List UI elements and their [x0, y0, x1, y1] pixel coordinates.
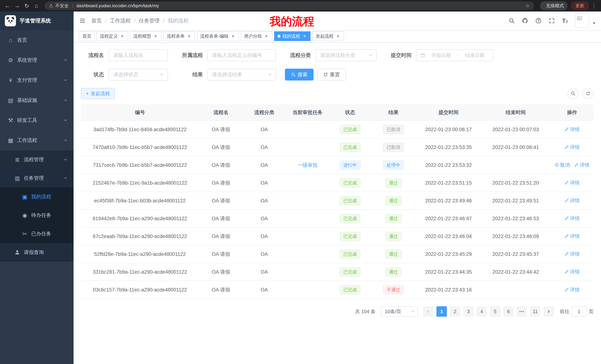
url-bar[interactable]: ⚠ 不安全 dashboard.yudao.iocoder.cn/bpm/tas… — [45, 1, 534, 10]
tab-1[interactable]: 流程定义× — [97, 31, 128, 41]
toggle-search-icon[interactable] — [568, 88, 579, 99]
status-badge: 已完成 — [340, 178, 361, 188]
result-select[interactable]: 请选择流结果 — [207, 69, 276, 80]
sidebar-item-9[interactable]: ◉待办任务 — [0, 206, 74, 224]
tab-close-icon[interactable]: × — [230, 34, 235, 39]
tab-close-icon[interactable]: × — [302, 34, 307, 39]
browser-home-icon[interactable]: ⌂ — [32, 1, 41, 10]
back-icon[interactable]: ← — [3, 1, 12, 10]
page-button-6[interactable]: 6 — [503, 306, 514, 317]
hamburger-icon[interactable] — [74, 11, 91, 30]
detail-action[interactable]: 详情 — [564, 287, 580, 293]
current-task-link[interactable]: 一级审批 — [298, 162, 318, 168]
cell-end-time: 2022-01-22 23:46:09 — [481, 228, 551, 245]
tools-icon: ⚒ — [7, 117, 14, 124]
sidebar-item-5[interactable]: ▦工作流程 — [0, 130, 74, 150]
font-size-icon[interactable]: TT — [562, 18, 568, 24]
tab-close-icon[interactable]: × — [120, 34, 125, 39]
process-name-input[interactable] — [109, 49, 168, 61]
screen: ← → ↻ ⌂ ⚠ 不安全 dashboard.yudao.iocoder.cn… — [0, 0, 601, 364]
tab-close-icon[interactable]: × — [264, 34, 269, 39]
forward-icon[interactable]: → — [13, 1, 21, 10]
detail-action[interactable]: 详情 — [564, 180, 580, 186]
page-button-5[interactable]: 5 — [490, 306, 500, 317]
tab-4[interactable]: 流程表单-编辑× — [197, 31, 239, 41]
prev-page-button[interactable] — [423, 306, 433, 317]
sidebar-item-10[interactable]: ✂已办任务 — [0, 224, 74, 243]
cell-status: 已完成 — [330, 121, 371, 138]
bookmark-star-icon[interactable]: ☆ — [525, 3, 530, 9]
tab-6[interactable]: 我的流程× — [274, 31, 311, 41]
tab-5[interactable]: 用户分组× — [241, 31, 272, 41]
detail-action[interactable]: 详情 — [564, 269, 580, 275]
cell-result: 通过 — [371, 192, 416, 210]
reset-button[interactable]: 重置 — [317, 69, 346, 80]
sidebar-item-0[interactable]: ⌂首页 — [0, 30, 74, 50]
refresh-table-icon[interactable] — [582, 88, 594, 99]
result-select-placeholder: 请选择流结果 — [212, 71, 242, 78]
tab-close-icon[interactable]: × — [153, 34, 158, 39]
sidebar-item-2[interactable]: ¥支付管理 — [0, 70, 74, 90]
status-select[interactable]: 请选择状态 — [109, 69, 168, 80]
column-header: 当前审批任务 — [285, 104, 330, 121]
detail-action[interactable]: 详情 — [564, 233, 580, 239]
tab-0[interactable]: 首页 — [79, 31, 95, 41]
cell-result: 通过 — [371, 210, 416, 228]
sidebar-item-label: 请假查询 — [24, 249, 44, 256]
page-button-3[interactable]: 3 — [463, 306, 474, 317]
cell-category: OA — [243, 121, 285, 138]
github-icon[interactable] — [522, 18, 528, 24]
date-range-picker[interactable]: 开始日期 - 结束日期 — [416, 49, 493, 61]
page-button-4[interactable]: 4 — [477, 306, 487, 317]
tab-close-icon[interactable]: × — [335, 34, 341, 39]
edit-icon — [564, 145, 569, 149]
process-id-input[interactable] — [207, 49, 276, 61]
detail-action[interactable]: 详情 — [564, 144, 580, 151]
avatar[interactable] — [575, 14, 589, 28]
avatar-caret-down-icon[interactable]: ▼ — [592, 21, 596, 25]
cell-category: OA — [243, 281, 285, 299]
search-icon[interactable] — [509, 18, 515, 24]
page-button-11[interactable]: 11 — [530, 306, 541, 317]
detail-action[interactable]: 详情 — [564, 126, 580, 133]
help-question-icon[interactable] — [535, 18, 541, 24]
breadcrumb-item[interactable]: 首页 — [91, 17, 102, 24]
column-header: 流程分类 — [243, 104, 285, 121]
search-button[interactable]: 搜索 — [285, 69, 313, 80]
category-select[interactable]: 请选择流程分类 — [315, 49, 377, 61]
cancel-action[interactable]: 取消 — [555, 162, 570, 168]
pager-ellipsis[interactable]: ••• — [517, 306, 527, 317]
create-process-button[interactable]: + 发起流程 — [81, 88, 115, 99]
tab-close-icon[interactable]: × — [186, 34, 192, 39]
goto-label: 前往 — [560, 308, 570, 315]
browser-menu-dots-icon[interactable]: ⋮ — [590, 3, 598, 9]
cell-submit-time: 2022-01-22 23:44:35 — [416, 263, 481, 281]
sidebar-item-1[interactable]: ⚙系统管理 — [0, 50, 74, 70]
fullscreen-icon[interactable] — [549, 18, 555, 24]
tab-7[interactable]: 发起流程× — [312, 31, 344, 41]
breadcrumb-item[interactable]: 工作流程 — [110, 17, 131, 24]
reload-icon[interactable]: ↻ — [22, 1, 31, 10]
tags-view: 首页流程定义×流程模型×流程表单×流程表单-编辑×用户分组×我的流程×发起流程× — [74, 30, 601, 43]
tab-2[interactable]: 流程模型× — [130, 31, 161, 41]
sidebar-item-11[interactable]: 请假查询 — [0, 243, 74, 262]
sidebar-item-7[interactable]: ▥任务管理 — [0, 169, 74, 187]
sidebar-item-8[interactable]: ▣我的流程 — [0, 187, 74, 206]
detail-action[interactable]: 详情 — [564, 215, 580, 222]
page-button-1[interactable]: 1 — [436, 306, 447, 317]
detail-action[interactable]: 详情 — [574, 162, 590, 168]
sidebar-item-4[interactable]: ⚒研发工具 — [0, 110, 74, 130]
detail-action[interactable]: 详情 — [564, 197, 580, 204]
breadcrumb-item[interactable]: 任务管理 — [139, 17, 160, 24]
page-button-2[interactable]: 2 — [450, 306, 460, 317]
sidebar-item-6[interactable]: ≣流程管理 — [0, 150, 74, 169]
next-page-button[interactable] — [543, 306, 554, 317]
goto-page-input[interactable] — [572, 306, 587, 317]
tab-3[interactable]: 流程表单× — [163, 31, 195, 41]
chevron-down-icon — [63, 58, 68, 62]
detail-action[interactable]: 详情 — [564, 251, 580, 257]
update-button[interactable]: 更新 — [571, 1, 589, 10]
page-size-select[interactable]: 10条/页 — [381, 306, 418, 317]
sidebar-item-3[interactable]: ▤基础设施 — [0, 90, 74, 110]
top-navbar: 首页/工作流程/任务管理/我的流程 我的流程 TT ▼ — [74, 11, 601, 30]
